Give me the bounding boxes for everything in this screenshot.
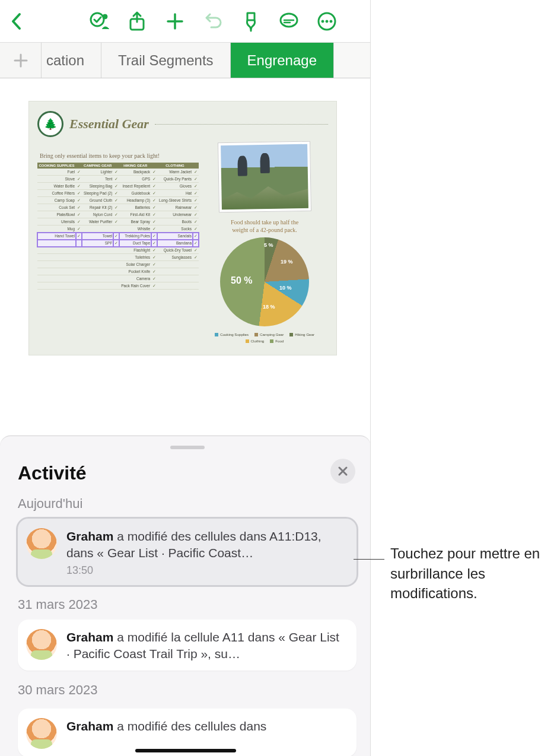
table-row[interactable]: Utensils✓Water Purifier✓Bear Spray✓Boots… xyxy=(37,218,199,225)
close-button[interactable] xyxy=(330,459,355,484)
sheet-grabber[interactable] xyxy=(170,446,205,449)
comment-icon[interactable] xyxy=(275,8,303,35)
table-row[interactable]: Mug✓Whistle✓Socks✓ xyxy=(37,225,199,233)
spreadsheet-canvas[interactable]: 🌲 Essential Gear Bring only essential it… xyxy=(0,78,371,355)
share-icon[interactable] xyxy=(123,8,151,35)
tab-location[interactable]: cation xyxy=(42,43,101,78)
table-row[interactable]: Solar Charger✓ xyxy=(37,261,199,268)
table-row[interactable]: Stove✓Tent✓GPS✓Quick-Dry Pants✓ xyxy=(37,176,199,183)
table-row[interactable]: Pack Rain Cover✓ xyxy=(37,282,199,290)
svg-point-1 xyxy=(103,14,107,19)
top-toolbar xyxy=(0,0,371,43)
home-indicator[interactable] xyxy=(135,749,236,752)
table-row[interactable]: Toiletries✓Sunglasses✓ xyxy=(37,254,199,261)
callout-label: Touchez pour mettre en surbrillance les … xyxy=(390,544,552,603)
section-date: 30 mars 2023 xyxy=(18,682,357,698)
avatar xyxy=(26,718,57,749)
table-row[interactable]: Pocket Knife✓ xyxy=(37,268,199,275)
svg-point-0 xyxy=(91,13,104,26)
sheet-preview: 🌲 Essential Gear Bring only essential it… xyxy=(28,101,337,355)
table-row[interactable]: Flashlight✓Quick-Dry Towel✓ xyxy=(37,247,199,254)
collaborate-icon[interactable] xyxy=(85,8,113,35)
table-row[interactable]: Plate/Bowl✓Nylon Cord✓First-Aid Kit✓Unde… xyxy=(37,211,199,218)
table-row[interactable]: Camp Soap✓Ground Cloth✓Headlamp (3)✓Long… xyxy=(37,197,199,204)
photo-caption: Food should take up half theweight of a … xyxy=(231,219,298,234)
svg-point-5 xyxy=(322,20,324,23)
table-row[interactable]: Coffee Filters✓Sleeping Pad (2)✓Guideboo… xyxy=(37,190,199,197)
table-row[interactable]: Water Bottle✓Sleeping Bag✓Insect Repelle… xyxy=(37,183,199,190)
activity-item[interactable]: Graham a modifié la cellule A11 dans « G… xyxy=(18,620,357,671)
activity-text: Graham a modifié la cellule A11 dans « G… xyxy=(66,629,346,663)
svg-point-7 xyxy=(330,20,332,23)
hiking-photo xyxy=(218,141,311,213)
activity-text: Graham a modifié des cellules dans A11:D… xyxy=(66,528,346,562)
undo-icon[interactable] xyxy=(199,8,227,35)
add-icon[interactable] xyxy=(161,8,189,35)
svg-point-6 xyxy=(326,20,328,23)
section-date: 31 mars 2023 xyxy=(18,597,357,612)
activity-panel: Activité Aujourd'hui Graham a modifié de… xyxy=(0,436,371,756)
activity-text: Graham a modifié des cellules dans xyxy=(66,718,266,735)
sheet-subtitle: Bring only essential items to keep your … xyxy=(40,153,199,159)
back-button[interactable] xyxy=(5,12,28,30)
add-sheet-button[interactable] xyxy=(0,43,42,78)
trails-logo-icon: 🌲 xyxy=(37,111,63,137)
table-row[interactable]: Cook Set✓Repair Kit (2)✓Batteries✓Rainwe… xyxy=(37,204,199,211)
pie-chart[interactable]: 50 % 5 % 19 % 10 % 18 % xyxy=(220,237,309,326)
activity-time: 13:50 xyxy=(66,564,346,577)
sheet-tabs: cation Trail Segments Engrenage xyxy=(0,43,371,78)
table-row[interactable]: Fuel✓Lighter✓Backpack✓Warm Jacket✓ xyxy=(37,169,199,176)
tab-engrenage[interactable]: Engrenage xyxy=(231,43,334,78)
table-row[interactable]: SPF✓Duct Tape✓Bandana✓ xyxy=(37,240,199,247)
avatar xyxy=(26,528,57,559)
gear-table[interactable]: COOKING SUPPLIES CAMPING GEAR HIKING GEA… xyxy=(37,163,199,290)
chart-legend: Cooking Supplies Camping Gear Hiking Gea… xyxy=(209,332,320,343)
format-brush-icon[interactable] xyxy=(237,8,265,35)
table-row[interactable]: Hand Towel✓Towel✓Trekking Poles✓Sandals✓ xyxy=(37,233,199,240)
more-icon[interactable] xyxy=(313,8,340,35)
activity-item[interactable]: Graham a modifié des cellules dans A11:D… xyxy=(18,519,357,585)
callout-leader xyxy=(354,559,384,560)
section-today: Aujourd'hui xyxy=(18,496,357,512)
avatar xyxy=(26,629,57,660)
activity-title: Activité xyxy=(18,462,357,484)
table-row[interactable]: Camera✓ xyxy=(37,275,199,282)
tab-trail-segments[interactable]: Trail Segments xyxy=(101,43,231,78)
sheet-title: Essential Gear xyxy=(69,116,149,132)
